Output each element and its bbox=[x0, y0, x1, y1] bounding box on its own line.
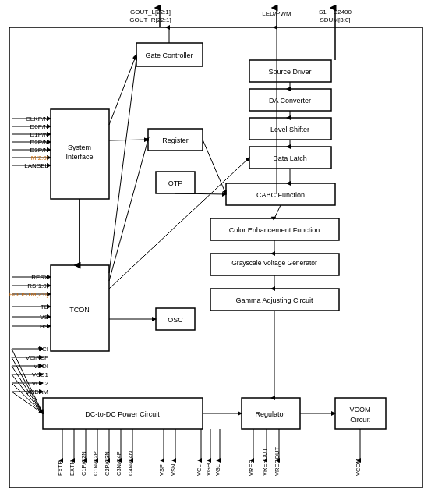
svg-text:VGH: VGH bbox=[205, 463, 212, 476]
svg-text:VREFOUT: VREFOUT bbox=[261, 448, 268, 476]
svg-text:Register: Register bbox=[162, 137, 189, 144]
svg-text:Gate Controller: Gate Controller bbox=[145, 51, 193, 59]
svg-text:VCL: VCL bbox=[196, 464, 203, 476]
svg-text:OSC: OSC bbox=[168, 316, 183, 324]
svg-text:VGL: VGL bbox=[214, 464, 221, 476]
svg-line-72 bbox=[12, 383, 43, 413]
svg-text:EXTP: EXTP bbox=[57, 460, 64, 476]
svg-text:Color Enhancement Function: Color Enhancement Function bbox=[229, 226, 320, 234]
svg-text:LED/PWM: LED/PWM bbox=[262, 10, 291, 17]
svg-text:EXTN: EXTN bbox=[69, 460, 76, 476]
svg-line-56 bbox=[274, 205, 281, 218]
svg-text:D1P/N: D1P/N bbox=[30, 131, 48, 138]
svg-line-91 bbox=[175, 193, 226, 194]
diagram-container: System Interface Gate Controller Source … bbox=[0, 0, 431, 504]
svg-line-141 bbox=[109, 140, 148, 281]
svg-text:RS[1:0]: RS[1:0] bbox=[27, 282, 48, 289]
svg-text:Circuit: Circuit bbox=[350, 416, 370, 424]
svg-text:GOUT_R[22:1]: GOUT_R[22:1] bbox=[129, 16, 171, 23]
svg-text:DC-to-DC Power Circuit: DC-to-DC Power Circuit bbox=[85, 410, 160, 418]
svg-text:Regulator: Regulator bbox=[255, 410, 285, 418]
svg-text:D3P/N: D3P/N bbox=[30, 147, 48, 154]
svg-text:C1N/C2P: C1N/C2P bbox=[92, 451, 99, 476]
svg-text:CABC Function: CABC Function bbox=[256, 191, 305, 199]
svg-text:D0P/N: D0P/N bbox=[30, 123, 48, 130]
svg-text:LANSEL: LANSEL bbox=[24, 162, 48, 169]
svg-text:GOUT_L[22:1]: GOUT_L[22:1] bbox=[130, 9, 171, 16]
svg-text:System: System bbox=[68, 144, 91, 151]
svg-text:D2P/N: D2P/N bbox=[30, 139, 48, 146]
svg-text:OTP: OTP bbox=[168, 179, 183, 187]
svg-text:Gamma Adjusting Circuit: Gamma Adjusting Circuit bbox=[235, 296, 313, 304]
svg-text:SDUM[3:0]: SDUM[3:0] bbox=[320, 16, 350, 23]
svg-line-51 bbox=[203, 140, 226, 194]
svg-text:S1 ~ S2400: S1 ~ S2400 bbox=[319, 9, 352, 16]
svg-text:RESX: RESX bbox=[31, 274, 48, 281]
svg-text:VCOM: VCOM bbox=[350, 406, 371, 413]
svg-text:IM[2:0]: IM[2:0] bbox=[30, 154, 48, 161]
svg-text:VCOM: VCOM bbox=[355, 459, 362, 477]
svg-text:HS: HS bbox=[40, 323, 48, 330]
svg-text:VREF: VREF bbox=[248, 460, 255, 476]
svg-text:Interface: Interface bbox=[65, 153, 93, 161]
svg-text:Source Driver: Source Driver bbox=[268, 68, 311, 76]
svg-text:CLKP/N: CLKP/N bbox=[26, 115, 48, 122]
svg-text:VREGOUT: VREGOUT bbox=[274, 446, 281, 476]
svg-text:TE: TE bbox=[41, 303, 48, 311]
svg-text:Level Shifter: Level Shifter bbox=[270, 126, 309, 133]
svg-rect-37 bbox=[335, 398, 386, 429]
svg-text:C1P/C2N: C1P/C2N bbox=[80, 451, 87, 476]
svg-line-48 bbox=[109, 140, 148, 140]
svg-text:Data Latch: Data Latch bbox=[273, 154, 307, 162]
svg-text:C3N/C4P: C3N/C4P bbox=[115, 451, 122, 476]
svg-text:C4N/C4N: C4N/C4N bbox=[127, 451, 134, 476]
svg-text:VSP: VSP bbox=[158, 464, 165, 476]
svg-text:BOOSTM[2:0]: BOOSTM[2:0] bbox=[9, 291, 48, 298]
svg-text:C2P/C3N: C2P/C3N bbox=[104, 451, 111, 476]
svg-text:Grayscale Voltage Generator: Grayscale Voltage Generator bbox=[231, 259, 317, 267]
diagram-svg: System Interface Gate Controller Source … bbox=[0, 0, 431, 504]
svg-text:TCON: TCON bbox=[69, 306, 90, 314]
svg-text:VS: VS bbox=[40, 314, 48, 321]
svg-text:VSN: VSN bbox=[170, 464, 177, 476]
svg-text:DA Converter: DA Converter bbox=[269, 97, 311, 105]
